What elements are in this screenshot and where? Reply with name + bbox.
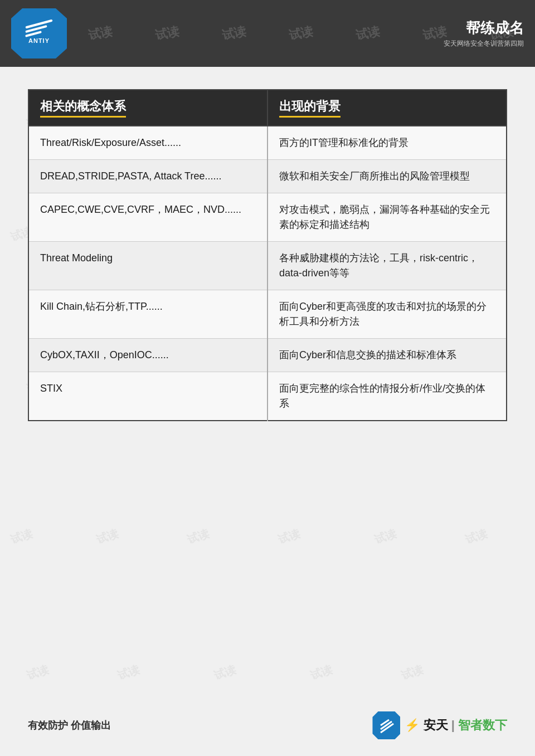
- header-wm-6: 试读: [354, 23, 382, 43]
- table-row: Threat Modeling各种威胁建模的方法论，工具，risk-centri…: [28, 242, 507, 290]
- concept-cell: CybOX,TAXII，OpenIOC......: [28, 339, 268, 372]
- background-cell: 西方的IT管理和标准化的背景: [268, 126, 507, 160]
- concept-cell: CAPEC,CWE,CVE,CVRF，MAEC，NVD......: [28, 193, 268, 242]
- footer-icon-label: ⚡: [405, 718, 420, 732]
- background-cell: 微软和相关安全厂商所推出的风险管理模型: [268, 160, 507, 193]
- brand-name: 帮练成名: [466, 18, 524, 38]
- main-content: 相关的概念体系 出现的背景 Threat/Risk/Exposure/Asset…: [0, 67, 535, 443]
- table-row: CybOX,TAXII，OpenIOC......面向Cyber和信息交换的描述…: [28, 339, 507, 372]
- watermark-26: 试读: [400, 662, 426, 684]
- header-wm-5: 试读: [288, 23, 315, 43]
- footer-main-text: 安天: [424, 718, 448, 732]
- antiy-logo-svg: [378, 717, 395, 734]
- concept-cell: Kill Chain,钻石分析,TTP......: [28, 290, 268, 339]
- concept-cell: STIX: [28, 372, 268, 421]
- watermark-23: 试读: [116, 662, 142, 684]
- header-wm-2: 试读: [87, 23, 114, 43]
- concepts-table: 相关的概念体系 出现的背景 Threat/Risk/Exposure/Asset…: [28, 89, 507, 421]
- watermark-22: 试读: [25, 662, 51, 684]
- watermark-21: 试读: [464, 526, 490, 548]
- footer-brand-text: ⚡ 安天 | 智者数下: [405, 717, 507, 734]
- watermark-20: 试读: [373, 526, 399, 548]
- footer-separator: |: [451, 718, 455, 732]
- watermark-19: 试读: [276, 526, 303, 548]
- watermark-16: 试读: [9, 526, 35, 548]
- concept-cell: Threat/Risk/Exposure/Asset......: [28, 126, 268, 160]
- footer-secondary-text: 智者数下: [458, 718, 507, 732]
- background-cell: 面向Cyber和信息交换的描述和标准体系: [268, 339, 507, 372]
- footer: 有效防护 价值输出 ⚡ 安天 | 智者数下: [28, 711, 507, 739]
- brand-logo: 帮练成名 安天网络安全冬训营第四期: [444, 18, 524, 48]
- logo-label: ANTIY: [28, 37, 50, 44]
- table-row: Threat/Risk/Exposure/Asset......西方的IT管理和…: [28, 126, 507, 160]
- logo-lines: [25, 23, 53, 35]
- watermark-25: 试读: [308, 662, 334, 684]
- col2-header-text: 出现的背景: [279, 98, 341, 118]
- antiy-logo: ANTIY: [11, 8, 67, 58]
- header: 试读 试读 试读 试读 试读 试读 试读 试读 ANTIY 帮练成名 安天网络安…: [0, 0, 535, 67]
- watermark-24: 试读: [212, 662, 239, 684]
- footer-tagline: 有效防护 价值输出: [28, 719, 111, 732]
- background-cell: 面向更完整的综合性的情报分析/作业/交换的体系: [268, 372, 507, 421]
- footer-logo: ⚡ 安天 | 智者数下: [372, 711, 507, 739]
- brand-subtitle: 安天网络安全冬训营第四期: [444, 39, 524, 48]
- table-row: DREAD,STRIDE,PASTA, Attack Tree......微软和…: [28, 160, 507, 193]
- table-row: STIX面向更完整的综合性的情报分析/作业/交换的体系: [28, 372, 507, 421]
- col2-header: 出现的背景: [268, 90, 507, 126]
- concept-cell: DREAD,STRIDE,PASTA, Attack Tree......: [28, 160, 268, 193]
- concept-cell: Threat Modeling: [28, 242, 268, 290]
- col1-header-text: 相关的概念体系: [40, 98, 126, 118]
- background-cell: 各种威胁建模的方法论，工具，risk-centric，data-driven等等: [268, 242, 507, 290]
- watermark-17: 试读: [94, 526, 120, 548]
- table-row: CAPEC,CWE,CVE,CVRF，MAEC，NVD......对攻击模式，脆…: [28, 193, 507, 242]
- background-cell: 面向Cyber和更高强度的攻击和对抗的场景的分析工具和分析方法: [268, 290, 507, 339]
- watermark-18: 试读: [186, 526, 212, 548]
- header-wm-3: 试读: [154, 23, 181, 43]
- col1-header: 相关的概念体系: [28, 90, 268, 126]
- table-row: Kill Chain,钻石分析,TTP......面向Cyber和更高强度的攻击…: [28, 290, 507, 339]
- footer-logo-icon: [372, 711, 400, 739]
- background-cell: 对攻击模式，脆弱点，漏洞等各种基础的安全元素的标定和描述结构: [268, 193, 507, 242]
- header-wm-4: 试读: [221, 23, 248, 43]
